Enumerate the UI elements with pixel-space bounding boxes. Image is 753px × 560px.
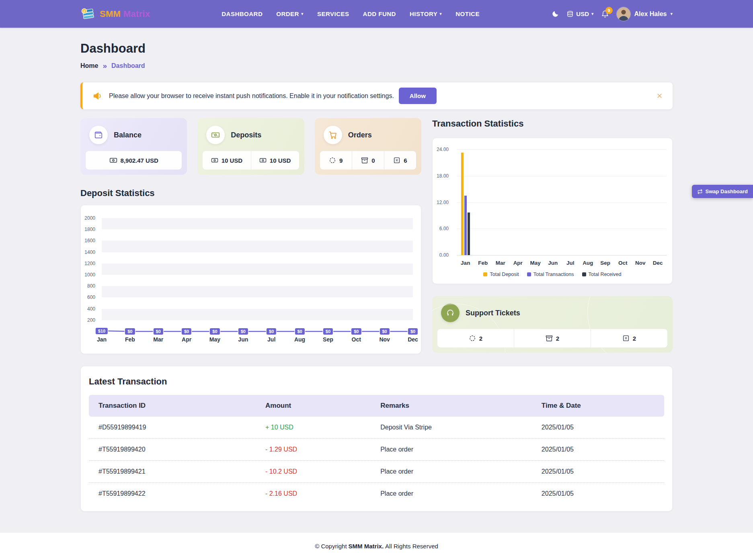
data-label: $0 (238, 328, 248, 335)
support-tickets-strip: 2 2 2 (437, 329, 667, 347)
headset-icon (441, 304, 460, 322)
nav-link-history[interactable]: HISTORY▾ (410, 10, 442, 17)
amount-cell: - 2.16 USD (256, 483, 371, 505)
table-header-row: Transaction IDAmountRemarksTime & Date (89, 395, 664, 417)
legend-swatch (483, 272, 487, 276)
bar-group-oct (614, 149, 632, 255)
data-label: $10 (96, 328, 108, 334)
latest-transaction-heading: Latest Transaction (89, 376, 664, 387)
legend-swatch (582, 272, 586, 276)
gridline (457, 255, 667, 255)
nav-link-dashboard[interactable]: DASHBOARD (222, 10, 263, 17)
bar-chart-y-axis: 24.0018.0012.006.000.00 (433, 149, 452, 255)
x-axis-label: Dec (408, 336, 418, 343)
date-cell: 2025/01/05 (532, 439, 664, 460)
bar-groups (457, 149, 667, 255)
data-label: $0 (267, 328, 276, 335)
breadcrumb-current[interactable]: Dashboard (111, 62, 145, 69)
nav-link-services[interactable]: SERVICES (317, 10, 349, 17)
orders-completed: 0 (352, 151, 384, 170)
banknote-icon (109, 156, 117, 164)
bar-total-received (468, 213, 470, 255)
x-axis-label: Jan (97, 336, 107, 343)
legend-item: Total Received (582, 272, 622, 277)
balance-card-header: Balance (86, 126, 182, 144)
y-axis-label: 18.00 (437, 173, 449, 179)
balance-value-strip: 8,902.47 USD (86, 151, 182, 170)
swap-icon (697, 189, 703, 194)
legend-label: Total Transactions (533, 272, 574, 277)
allow-button[interactable]: Allow (399, 88, 437, 104)
bar-total-deposit (461, 153, 464, 255)
amount-cell: + 10 USD (256, 417, 371, 438)
deposit-statistics-heading: Deposit Statistics (80, 188, 421, 198)
deposit-statistics-chart: 200018001600140012001000800600400200 $10… (80, 205, 421, 354)
bar-group-apr (509, 149, 527, 255)
coins-icon (566, 10, 574, 18)
data-label: $0 (182, 328, 191, 335)
bar-total-transactions (464, 196, 467, 255)
currency-selector[interactable]: USD ▾ (566, 10, 593, 18)
user-menu[interactable]: Alex Hales ▾ (616, 7, 673, 21)
left-column: Balance 8,902.47 USD Deposits (80, 118, 421, 354)
page-title: Dashboard (80, 41, 673, 56)
notifications-button[interactable]: 9 (601, 10, 609, 18)
transaction-id-cell: #T55919899420 (89, 439, 256, 460)
banknote-icon (259, 157, 267, 164)
close-alert-button[interactable] (656, 92, 663, 99)
footer-text: © CopyrightSMM Matrix.All Rights Reserve… (80, 533, 673, 550)
y-axis-label: 24.00 (437, 147, 449, 152)
main-nav: DASHBOARDORDER▾SERVICESADD FUNDHISTORY▾N… (222, 10, 480, 17)
balance-title: Balance (114, 131, 142, 139)
main-content: Dashboard Home » Dashboard Please allow … (80, 41, 673, 511)
orders-title: Orders (348, 131, 372, 139)
bar-chart-legend: Total DepositTotal TransactionsTotal Rec… (433, 272, 672, 277)
chevron-down-icon: ▾ (591, 11, 594, 16)
bar-chart-x-axis: JanFebMarAprMayJunJulAugSepOctNovDec (457, 260, 667, 266)
remarks-cell: Place order (371, 439, 532, 460)
bar-chart-plot (457, 149, 667, 255)
right-column: Transaction Statistics 24.0018.0012.006.… (432, 118, 673, 353)
content-row: Balance 8,902.47 USD Deposits (80, 118, 673, 354)
bar-group-mar (492, 149, 509, 255)
banknote-icon (211, 157, 218, 164)
orders-card: Orders 9 0 6 (315, 118, 421, 175)
moon-icon (551, 10, 559, 18)
balance-value: 8,902.47 USD (86, 151, 182, 170)
x-axis-label: Apr (182, 336, 191, 343)
cash-icon (206, 126, 225, 144)
x-axis-label: May (209, 336, 220, 343)
brand-logo[interactable]: SMM Matrix (80, 8, 150, 20)
swap-dashboard-label: Swap Dashboard (706, 188, 748, 194)
data-label: $0 (125, 328, 135, 335)
transaction-id-cell: #T55919899422 (89, 483, 256, 505)
transaction-statistics-heading: Transaction Statistics (432, 118, 673, 129)
balance-card: Balance 8,902.47 USD (80, 118, 187, 175)
date-cell: 2025/01/05 (532, 417, 664, 438)
nav-link-order[interactable]: ORDER▾ (276, 10, 304, 17)
user-photo (617, 7, 630, 21)
cancel-icon (393, 157, 400, 164)
y-axis-label: 800 (87, 283, 95, 289)
y-axis-label: 1400 (84, 249, 95, 255)
breadcrumb-separator-icon: » (103, 62, 107, 69)
table-header-cell: Remarks (371, 395, 532, 417)
transaction-id-cell: #T55919899421 (89, 461, 256, 482)
bar-group-may (527, 149, 544, 255)
y-axis-label: 1000 (84, 272, 95, 278)
breadcrumb-home-link[interactable]: Home (80, 62, 98, 69)
y-axis-label: 1200 (84, 261, 95, 266)
navbar-right: USD ▾ 9 Alex Hales ▾ (551, 7, 673, 21)
notification-badge: 9 (605, 7, 613, 14)
megaphone-icon (92, 91, 103, 101)
nav-link-notice[interactable]: NOTICE (455, 10, 480, 17)
legend-item: Total Transactions (527, 272, 574, 277)
swap-dashboard-button[interactable]: Swap Dashboard (692, 185, 753, 198)
table-header-cell: Time & Date (532, 395, 664, 417)
deposits-card: Deposits 10 USD 10 USD (197, 118, 304, 175)
nav-link-add-fund[interactable]: ADD FUND (363, 10, 396, 17)
amount-cell: - 10.2 USD (256, 461, 371, 482)
breadcrumb: Home » Dashboard (80, 62, 673, 69)
bar-group-nov (632, 149, 649, 255)
dark-mode-toggle[interactable] (551, 10, 559, 18)
